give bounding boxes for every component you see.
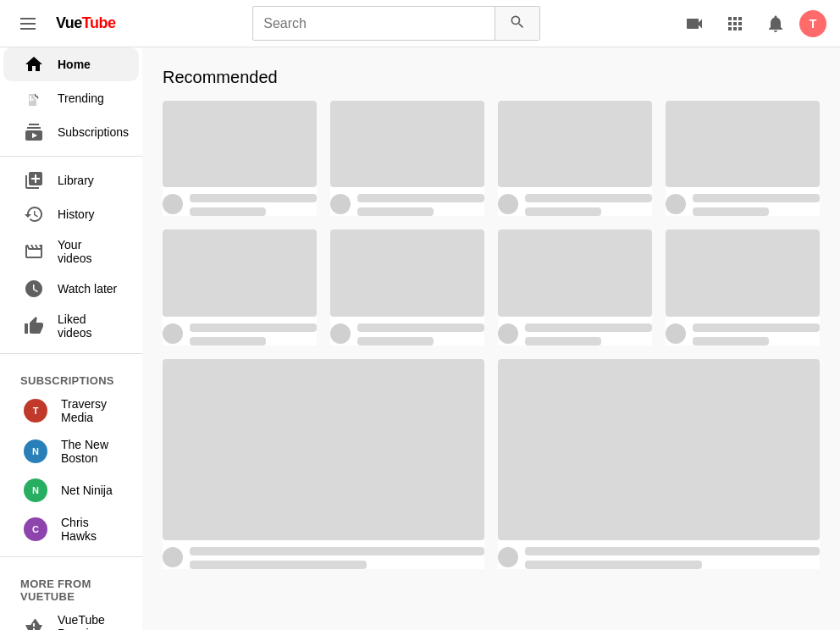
video-card[interactable] bbox=[666, 229, 820, 345]
home-icon bbox=[24, 54, 44, 75]
meta-lines bbox=[525, 194, 652, 216]
video-card[interactable] bbox=[163, 101, 317, 216]
video-thumbnail bbox=[163, 359, 484, 540]
new-boston-avatar: N bbox=[24, 439, 47, 463]
video-thumbnail bbox=[498, 229, 652, 316]
traversy-avatar: T bbox=[24, 399, 47, 423]
video-card[interactable] bbox=[330, 101, 484, 216]
channel-avatar bbox=[163, 194, 183, 214]
create-video-button[interactable] bbox=[677, 7, 711, 41]
meta-title-line bbox=[190, 323, 317, 332]
meta-title-line bbox=[525, 323, 652, 332]
chris-hawks-label: Chris Hawks bbox=[61, 516, 119, 543]
sidebar-item-your-videos[interactable]: Your videos bbox=[3, 231, 139, 272]
channel-avatar bbox=[498, 194, 518, 214]
library-icon bbox=[24, 170, 44, 191]
logo-prefix: Vue bbox=[56, 14, 82, 31]
video-meta bbox=[330, 317, 484, 345]
channel-avatar bbox=[330, 194, 351, 214]
apps-button[interactable] bbox=[718, 7, 752, 41]
sidebar-item-home-label: Home bbox=[58, 58, 91, 71]
meta-title-line bbox=[693, 194, 820, 202]
avatar[interactable]: T bbox=[799, 10, 826, 37]
premium-label: VueTube Premium bbox=[58, 613, 119, 630]
app-logo[interactable]: VueTube bbox=[56, 14, 116, 32]
meta-lines bbox=[357, 194, 484, 216]
meta-sub-line bbox=[190, 337, 266, 345]
video-thumbnail bbox=[498, 101, 652, 187]
meta-title-line bbox=[357, 323, 484, 332]
video-card[interactable] bbox=[498, 229, 652, 345]
topbar-left: VueTube bbox=[14, 11, 116, 36]
recommended-title: Recommended bbox=[163, 68, 820, 87]
watch-later-icon bbox=[24, 279, 44, 299]
subscriptions-icon bbox=[24, 122, 44, 142]
search-icon bbox=[509, 14, 526, 30]
notifications-button[interactable] bbox=[759, 7, 793, 41]
sidebar-item-home[interactable]: Home bbox=[3, 47, 139, 81]
video-meta bbox=[498, 317, 652, 345]
meta-lines bbox=[525, 323, 652, 345]
meta-lines bbox=[190, 547, 484, 569]
history-icon bbox=[24, 204, 44, 224]
sidebar-sub-new-boston[interactable]: N The New Boston bbox=[3, 431, 139, 472]
video-meta bbox=[666, 187, 820, 216]
sidebar-item-history[interactable]: History bbox=[3, 197, 139, 231]
video-meta bbox=[498, 540, 820, 569]
sidebar-item-trending[interactable]: Trending bbox=[3, 81, 139, 115]
video-grid-row2 bbox=[163, 229, 820, 345]
subscriptions-section-title: SUBSCRIPTIONS bbox=[0, 361, 142, 390]
net-ninija-label: Net Ninija bbox=[61, 484, 113, 497]
meta-sub-line bbox=[525, 561, 702, 569]
sidebar-item-library[interactable]: Library bbox=[3, 163, 139, 197]
search-button[interactable] bbox=[495, 7, 539, 40]
video-card[interactable] bbox=[666, 101, 820, 216]
meta-title-line bbox=[693, 323, 820, 332]
trending-icon bbox=[24, 88, 44, 108]
video-card[interactable] bbox=[330, 229, 484, 345]
video-card[interactable] bbox=[163, 229, 317, 345]
new-boston-label: The New Boston bbox=[61, 438, 119, 465]
sidebar-item-liked-videos-label: Liked videos bbox=[58, 312, 119, 340]
sidebar-item-liked-videos[interactable]: Liked videos bbox=[3, 306, 139, 346]
search-input[interactable] bbox=[253, 9, 495, 38]
sidebar-item-premium[interactable]: VueTube Premium bbox=[3, 606, 139, 630]
menu-button[interactable] bbox=[14, 11, 42, 36]
meta-sub-line bbox=[357, 337, 434, 345]
sidebar-item-watch-later-label: Watch later bbox=[58, 282, 117, 296]
sidebar-sub-net-ninija[interactable]: N Net Ninija bbox=[3, 472, 139, 509]
chris-hawks-avatar: C bbox=[24, 517, 47, 541]
layout: Home Trending Subscriptions Library bbox=[0, 47, 840, 630]
video-meta bbox=[163, 317, 317, 345]
channel-avatar bbox=[163, 323, 183, 344]
sidebar-sub-chris-hawks[interactable]: C Chris Hawks bbox=[3, 509, 139, 550]
video-thumbnail bbox=[498, 359, 820, 540]
video-card[interactable] bbox=[163, 359, 484, 569]
sidebar-item-your-videos-label: Your videos bbox=[58, 238, 119, 265]
sidebar-item-watch-later[interactable]: Watch later bbox=[3, 272, 139, 306]
video-meta bbox=[163, 540, 484, 569]
meta-title-line bbox=[190, 194, 317, 202]
video-grid-row3 bbox=[163, 359, 820, 569]
channel-avatar bbox=[498, 323, 518, 344]
video-card[interactable] bbox=[498, 359, 820, 569]
meta-sub-line bbox=[525, 207, 601, 216]
sidebar-item-subscriptions[interactable]: Subscriptions bbox=[3, 115, 139, 149]
channel-avatar bbox=[666, 194, 686, 214]
video-card[interactable] bbox=[498, 101, 652, 216]
sidebar: Home Trending Subscriptions Library bbox=[0, 47, 142, 630]
liked-videos-icon bbox=[24, 316, 44, 336]
premium-icon bbox=[24, 616, 44, 630]
apps-icon bbox=[725, 14, 745, 34]
sidebar-item-history-label: History bbox=[58, 207, 95, 221]
divider-1 bbox=[0, 156, 142, 157]
sidebar-item-subscriptions-label: Subscriptions bbox=[58, 125, 129, 139]
video-camera-icon bbox=[684, 14, 705, 34]
meta-lines bbox=[357, 323, 484, 345]
logo-suffix: Tube bbox=[82, 14, 116, 31]
meta-sub-line bbox=[357, 207, 434, 216]
video-thumbnail bbox=[330, 229, 484, 316]
sidebar-sub-traversy[interactable]: T Traversy Media bbox=[3, 390, 139, 431]
video-meta bbox=[163, 187, 317, 216]
video-grid-row1 bbox=[163, 101, 820, 216]
